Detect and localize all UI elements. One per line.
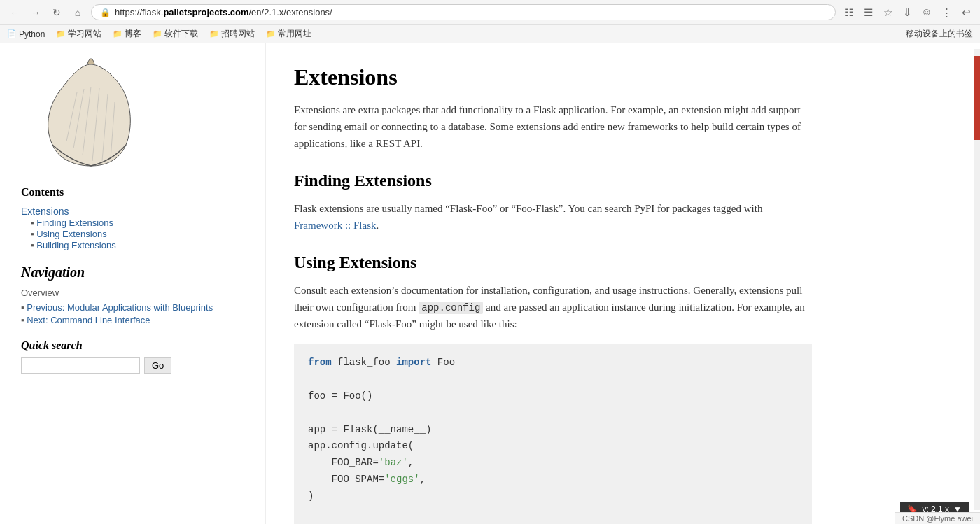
bookmark-python[interactable]: 📄 Python xyxy=(7,29,45,39)
bookmark-software[interactable]: 📁 软件下载 xyxy=(153,28,198,40)
refresh-button[interactable]: ↻ xyxy=(49,5,64,20)
nav-link-previous: Previous: Modular Applications with Blue… xyxy=(21,302,251,313)
finding-extensions-text: Flask extensions are usually named “Flas… xyxy=(294,200,812,234)
forward-button[interactable]: → xyxy=(28,5,43,20)
nav-link-next-anchor[interactable]: Next: Command Line Interface xyxy=(27,315,150,325)
search-title: Quick search xyxy=(21,339,251,352)
search-input[interactable] xyxy=(21,357,140,374)
code-line-5: FOO_BAR='baz', xyxy=(308,455,798,472)
flask-logo-svg xyxy=(21,57,140,169)
sidebar-logo xyxy=(21,57,251,172)
page-container: Contents Extensions Finding Extensions U… xyxy=(0,43,980,524)
scrollbar-thumb[interactable] xyxy=(974,56,980,140)
undo-icon[interactable]: ↩ xyxy=(959,6,973,20)
main-content: Extensions Extensions are extra packages… xyxy=(266,43,840,524)
mobile-bookmarks[interactable]: 移动设备上的书签 xyxy=(906,28,973,40)
sidebar: Contents Extensions Finding Extensions U… xyxy=(0,43,266,524)
code-line-blank-3 xyxy=(308,505,798,522)
code-line-1: from flask_foo import Foo xyxy=(308,355,798,371)
toc-link-extensions[interactable]: Extensions xyxy=(21,206,69,217)
code-line-4: app.config.update( xyxy=(308,438,798,455)
bookmarks-bar: 📄 Python 📁 学习网站 📁 博客 📁 软件下载 📁 招聘网站 📁 常用网… xyxy=(0,24,980,43)
star-icon[interactable]: ☆ xyxy=(881,6,895,20)
toolbar-icons: ☷ ☰ ☆ ⇓ ☺ ⋮ ↩ xyxy=(841,6,973,20)
browser-chrome: ← → ↻ ⌂ 🔒 https://flask.palletsprojects.… xyxy=(0,0,980,43)
search-form: Go xyxy=(21,357,251,374)
using-extensions-heading: Using Extensions xyxy=(294,253,812,272)
toc-sub-item-finding: Finding Extensions xyxy=(31,218,251,228)
address-text: https://flask.palletsprojects.com/en/2.1… xyxy=(115,7,827,17)
status-bar: CSDN @Flyme awei xyxy=(895,512,980,524)
contents-section: Contents Extensions Finding Extensions U… xyxy=(21,186,251,250)
nav-section: Navigation Overview Previous: Modular Ap… xyxy=(21,264,251,325)
toc-sub-item-building: Building Extensions xyxy=(31,240,251,250)
nav-overview-label: Overview xyxy=(21,288,251,298)
code-line-blank-1 xyxy=(308,371,798,388)
browser-toolbar: ← → ↻ ⌂ 🔒 https://flask.palletsprojects.… xyxy=(0,0,980,24)
code-block: from flask_foo import Foo foo = Foo() ap… xyxy=(294,344,812,524)
code-line-8: foo.init_app(app) xyxy=(308,521,798,524)
bookmark-blog[interactable]: 📁 博客 xyxy=(113,28,141,40)
search-go-button[interactable]: Go xyxy=(144,357,172,374)
page-title: Extensions xyxy=(294,64,812,90)
toc-sub-item-using: Using Extensions xyxy=(31,229,251,239)
nav-link-previous-anchor[interactable]: Previous: Modular Applications with Blue… xyxy=(27,302,213,313)
security-icon: 🔒 xyxy=(100,8,111,17)
extensions-icon[interactable]: ☷ xyxy=(841,6,855,20)
finding-extensions-heading: Finding Extensions xyxy=(294,171,812,190)
toc-link-building[interactable]: Building Extensions xyxy=(36,240,115,250)
framework-flask-link[interactable]: Framework :: Flask xyxy=(294,220,377,231)
contents-title: Contents xyxy=(21,186,251,199)
back-button[interactable]: ← xyxy=(7,5,22,20)
search-section: Quick search Go xyxy=(21,339,251,374)
toc-list: Extensions Finding Extensions Using Exte… xyxy=(21,206,251,250)
home-button[interactable]: ⌂ xyxy=(70,5,85,20)
scrollbar-track[interactable] xyxy=(974,49,980,510)
code-line-2: foo = Foo() xyxy=(308,388,798,405)
sidebar-icon[interactable]: ☰ xyxy=(861,6,875,20)
intro-text: Extensions are extra packages that add f… xyxy=(294,101,812,152)
bookmark-study[interactable]: 📁 学习网站 xyxy=(56,28,102,40)
code-line-7: ) xyxy=(308,488,798,505)
code-line-6: FOO_SPAM='eggs', xyxy=(308,472,798,488)
nav-link-next: Next: Command Line Interface xyxy=(21,315,251,325)
download-icon[interactable]: ⇓ xyxy=(900,6,914,20)
settings-icon[interactable]: ⋮ xyxy=(939,6,953,20)
code-line-blank-2 xyxy=(308,405,798,422)
toc-link-using[interactable]: Using Extensions xyxy=(36,229,106,239)
toc-sub-list: Finding Extensions Using Extensions Buil… xyxy=(31,218,251,250)
navigation-title: Navigation xyxy=(21,264,251,281)
profile-icon[interactable]: ☺ xyxy=(920,6,934,20)
nav-links-list: Previous: Modular Applications with Blue… xyxy=(21,302,251,325)
address-bar[interactable]: 🔒 https://flask.palletsprojects.com/en/2… xyxy=(91,4,836,20)
bookmark-common[interactable]: 📁 常用网址 xyxy=(266,28,312,40)
toc-link-finding[interactable]: Finding Extensions xyxy=(36,218,113,228)
bookmark-jobs[interactable]: 📁 招聘网站 xyxy=(209,28,255,40)
app-config-code: app.config xyxy=(419,302,483,314)
toc-item-extensions: Extensions Finding Extensions Using Exte… xyxy=(21,206,251,250)
code-line-3: app = Flask(__name__) xyxy=(308,422,798,439)
using-extensions-text: Consult each extension’s documentation f… xyxy=(294,282,812,332)
